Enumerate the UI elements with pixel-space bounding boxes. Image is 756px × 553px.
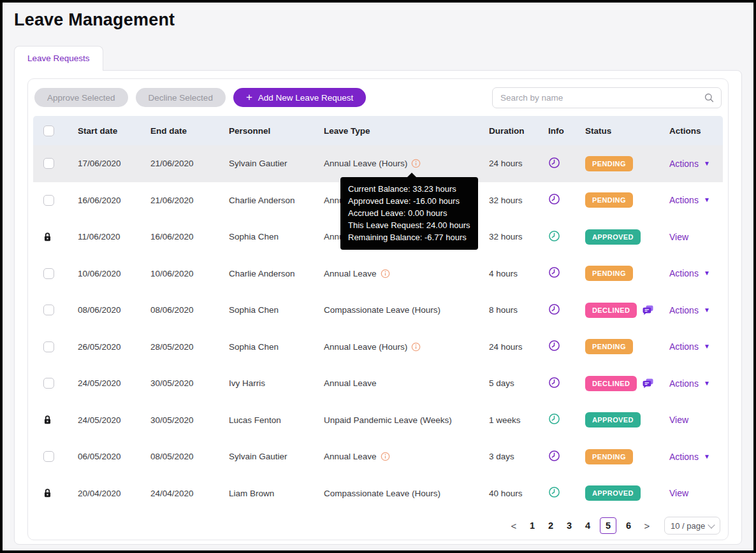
clock-icon[interactable] [548, 266, 560, 278]
page-button-3[interactable]: 3 [563, 517, 576, 534]
header-info: Info [548, 126, 585, 136]
row-action-link[interactable]: Actions ▼ [669, 452, 710, 462]
lock-icon [43, 415, 52, 425]
row-action-link[interactable]: Actions ▼ [669, 341, 710, 352]
row-action-link[interactable]: View ▼ [669, 232, 688, 242]
start-date-cell: 06/05/2020 [78, 452, 150, 461]
start-date-cell: 17/06/2020 [78, 159, 150, 168]
clock-icon[interactable] [548, 193, 560, 205]
table-row: 06/05/2020 08/05/2020 Sylvain Gautier An… [33, 438, 723, 475]
duration-cell: 8 hours [489, 305, 548, 315]
page-size-select[interactable]: 10 / page [664, 517, 720, 535]
comment-icon[interactable] [643, 378, 653, 389]
tab-leave-requests[interactable]: Leave Requests [14, 46, 103, 71]
clock-icon[interactable] [548, 230, 560, 242]
approve-selected-button[interactable]: Approve Selected [34, 88, 128, 107]
leave-type-label: Compassionate Leave (Hours) [324, 305, 440, 315]
row-action-label: Actions [669, 195, 699, 205]
row-checkbox[interactable] [43, 341, 54, 352]
clock-icon[interactable] [548, 413, 560, 425]
row-action-link[interactable]: Actions ▼ [669, 378, 710, 389]
header-leave-type: Leave Type [324, 126, 489, 136]
tab-label: Leave Requests [27, 54, 90, 63]
duration-cell: 32 hours [489, 232, 548, 241]
prev-page-button[interactable]: < [507, 517, 520, 534]
tab-panel: Approve Selected Decline Selected + Add … [14, 70, 742, 545]
leave-type-cell: Compassionate Leave (Hours) [324, 489, 489, 498]
row-checkbox[interactable] [43, 305, 54, 315]
row-action-link[interactable]: View ▼ [669, 415, 688, 425]
tooltip-line: Approved Leave: -16.00 hours [348, 195, 470, 207]
comment-icon[interactable] [643, 305, 653, 315]
start-date-cell: 26/05/2020 [78, 342, 150, 352]
row-checkbox[interactable] [43, 451, 54, 462]
clock-icon[interactable] [548, 303, 560, 315]
duration-cell: 40 hours [489, 489, 548, 498]
leave-type-cell: Annual Leave (Hours) [324, 342, 489, 352]
row-action-link[interactable]: Actions ▼ [669, 195, 710, 205]
search-input[interactable] [492, 87, 722, 108]
clock-icon[interactable] [548, 340, 560, 352]
status-badge: APPROVED [585, 485, 641, 501]
page-button-1[interactable]: 1 [526, 517, 539, 534]
status-badge: PENDING [585, 266, 633, 281]
caret-down-icon: ▼ [704, 270, 710, 276]
select-all-checkbox[interactable] [43, 126, 54, 136]
header-status: Status [585, 126, 669, 136]
row-action-label: Actions [669, 268, 699, 278]
add-new-leave-request-button[interactable]: + Add New Leave Request [233, 88, 366, 107]
personnel-cell: Sophia Chen [229, 342, 324, 352]
row-action-link[interactable]: View ▼ [669, 488, 688, 498]
table-row: 26/05/2020 28/05/2020 Sophia Chen Annual… [33, 329, 723, 366]
row-action-link[interactable]: Actions ▼ [669, 305, 710, 315]
page-button-6[interactable]: 6 [622, 517, 635, 534]
header-personnel: Personnel [229, 126, 324, 136]
leave-type-cell: Annual Leave [324, 452, 489, 461]
row-action-label: Actions [669, 159, 699, 169]
info-icon[interactable] [411, 342, 421, 352]
page-button-4[interactable]: 4 [581, 517, 594, 534]
row-checkbox[interactable] [43, 378, 54, 389]
clock-icon[interactable] [548, 157, 560, 169]
personnel-cell: Sylvain Gautier [229, 452, 324, 461]
header-start-date: Start date [78, 126, 150, 136]
search-icon [704, 92, 715, 106]
start-date-cell: 24/05/2020 [78, 378, 150, 388]
leave-type-cell: Annual Leave [324, 269, 489, 278]
row-checkbox[interactable] [43, 158, 54, 169]
clock-icon[interactable] [548, 450, 560, 462]
status-badge: PENDING [585, 339, 633, 354]
info-icon[interactable] [381, 452, 390, 461]
end-date-cell: 21/06/2020 [150, 159, 229, 168]
row-checkbox[interactable] [43, 268, 54, 279]
row-action-link[interactable]: Actions ▼ [669, 268, 710, 278]
duration-cell: 1 weeks [489, 415, 548, 425]
balance-tooltip: Current Balance: 33.23 hours Approved Le… [340, 177, 478, 250]
info-icon[interactable] [381, 269, 390, 278]
personnel-cell: Liam Brown [229, 489, 324, 498]
page-button-5-active[interactable]: 5 [600, 517, 616, 534]
header-duration: Duration [489, 126, 548, 136]
row-action-link[interactable]: Actions ▼ [669, 159, 710, 169]
duration-cell: 3 days [489, 452, 548, 461]
personnel-cell: Sylvain Gautier [229, 159, 324, 168]
end-date-cell: 30/05/2020 [150, 415, 229, 425]
caret-down-icon: ▼ [704, 454, 710, 460]
row-checkbox[interactable] [43, 195, 54, 206]
end-date-cell: 08/06/2020 [150, 305, 229, 315]
caret-down-icon: ▼ [704, 161, 710, 167]
page-button-2[interactable]: 2 [544, 517, 557, 534]
table-row: 08/06/2020 08/06/2020 Sophia Chen Compas… [33, 292, 723, 329]
duration-cell: 32 hours [489, 196, 548, 205]
row-action-label: Actions [669, 341, 699, 352]
table-row: 17/06/2020 21/06/2020 Sylvain Gautier An… [33, 145, 723, 182]
next-page-button[interactable]: > [641, 517, 653, 534]
row-action-label: View [669, 232, 688, 242]
clock-icon[interactable] [548, 377, 560, 389]
decline-selected-button[interactable]: Decline Selected [136, 88, 226, 107]
clock-icon[interactable] [548, 486, 560, 498]
personnel-cell: Ivy Harris [229, 378, 324, 388]
tooltip-line: Remaining Balance: -6.77 hours [348, 231, 470, 243]
leave-type-label: Annual Leave [324, 269, 377, 278]
info-icon[interactable] [411, 159, 421, 168]
